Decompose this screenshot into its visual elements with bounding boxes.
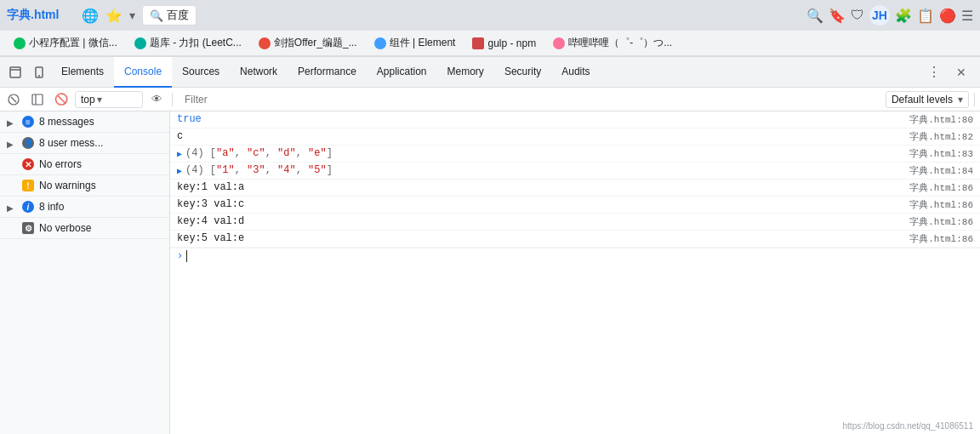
console-entry-true: true 字典.html:80: [170, 111, 980, 128]
bookmark-gulp-label: gulp - npm: [487, 37, 536, 49]
inspect-icon[interactable]: [3, 60, 27, 84]
tab-console[interactable]: Console: [114, 57, 172, 88]
tab-security-label: Security: [504, 66, 541, 77]
bookmark-wechat-label: 小程序配置 | 微信...: [29, 36, 117, 50]
console-cursor: [186, 250, 187, 262]
entry-key1-content: key:1 val:a: [177, 181, 903, 193]
bookmark-leetcode[interactable]: 题库 - 力扣 (LeetC...: [128, 34, 248, 52]
entry-key3-content: key:3 val:c: [177, 198, 903, 210]
menu-icon[interactable]: ☰: [961, 8, 973, 24]
entry-array2-file[interactable]: 字典.html:84: [909, 164, 973, 177]
sidebar-item-warnings[interactable]: ▶ ! No warnings: [0, 175, 169, 197]
user-messages-label: 8 user mess...: [39, 137, 103, 149]
tab-memory[interactable]: Memory: [437, 57, 494, 88]
entry-key5-file[interactable]: 字典.html:86: [909, 232, 973, 245]
bookmark-element[interactable]: 组件 | Element: [368, 34, 463, 52]
tab-network[interactable]: Network: [230, 57, 288, 88]
array1-arrow[interactable]: ▶: [177, 149, 182, 159]
bookmark-gulp[interactable]: gulp - npm: [465, 36, 543, 51]
entry-true-file[interactable]: 字典.html:80: [909, 113, 973, 126]
svg-line-5: [11, 97, 16, 102]
sidebar-item-user-messages[interactable]: ▶ 👤 8 user mess...: [0, 133, 169, 154]
baidu-icon: 🔍: [150, 9, 163, 22]
gulp-icon: [472, 37, 484, 49]
array2-arrow[interactable]: ▶: [177, 166, 182, 176]
leetcode-icon: [134, 37, 146, 49]
entry-array1-content: (4) ["a", "c", "d", "e"]: [185, 147, 903, 159]
bilibili-icon: [553, 37, 565, 49]
errors-label: No errors: [39, 158, 82, 170]
user-messages-arrow: ▶: [7, 140, 14, 149]
star-icon[interactable]: ⭐: [105, 8, 122, 24]
tab-audits[interactable]: Audits: [551, 57, 600, 88]
console-prompt: ›: [177, 250, 183, 262]
entry-c-file[interactable]: 字典.html:82: [909, 130, 973, 143]
cast-icon[interactable]: 📋: [917, 8, 934, 24]
entry-true-content: true: [177, 113, 903, 125]
entry-key1-file[interactable]: 字典.html:86: [909, 181, 973, 194]
bookmark-jianzhi[interactable]: 剑指Offer_编题_...: [252, 34, 364, 52]
baidu-label: 百度: [167, 8, 189, 23]
mobile-icon[interactable]: [27, 60, 51, 84]
levels-dropdown-icon: ▾: [958, 94, 963, 106]
browser-title: 字典.html: [7, 8, 75, 23]
error-icon[interactable]: 🔴: [939, 8, 956, 24]
browser-bar: 字典.html 🌐 ⭐ ▾ 🔍 百度 🔍 🔖 🛡 JH 🧩 📋 🔴 ☰: [0, 0, 980, 31]
filter-input[interactable]: [178, 92, 882, 107]
entry-c-content: c: [177, 130, 903, 142]
bookmark-bilibili[interactable]: 哔哩哔哩（゜-゜）つ...: [546, 34, 679, 52]
bookmark-icon[interactable]: 🔖: [829, 8, 846, 24]
watermark: https://blog.csdn.net/qq_41086511: [843, 421, 973, 431]
tab-network-label: Network: [240, 66, 277, 77]
dropdown-icon[interactable]: ▾: [129, 9, 135, 22]
shield-icon[interactable]: 🛡: [851, 8, 864, 23]
warnings-label: No warnings: [39, 180, 96, 191]
levels-label: Default levels: [892, 94, 953, 106]
entry-key3-file[interactable]: 字典.html:86: [909, 198, 973, 211]
baidu-button[interactable]: 🔍 百度: [142, 5, 197, 26]
toolbar-divider2: [974, 93, 975, 106]
console-entry-array1: ▶ (4) ["a", "c", "d", "e"] 字典.html:83: [170, 146, 980, 163]
translate-icon[interactable]: 🌐: [82, 8, 99, 24]
extensions-icon[interactable]: 🧩: [895, 8, 912, 24]
entry-array2-content: (4) ["1", "3", "4", "5"]: [185, 164, 903, 176]
tab-sources[interactable]: Sources: [172, 57, 230, 88]
tab-sources-label: Sources: [182, 66, 219, 77]
svg-rect-6: [32, 94, 43, 105]
sidebar-item-errors[interactable]: ▶ ✕ No errors: [0, 154, 169, 175]
tab-performance-label: Performance: [298, 66, 356, 77]
bookmark-wechat[interactable]: 小程序配置 | 微信...: [7, 34, 124, 52]
bookmark-jianzhi-label: 剑指Offer_编题_...: [274, 36, 357, 50]
entry-array1-file[interactable]: 字典.html:83: [909, 147, 973, 160]
tab-application-label: Application: [377, 66, 427, 77]
clear-console-icon[interactable]: [3, 89, 24, 110]
tab-security[interactable]: Security: [494, 57, 551, 88]
entry-key4-file[interactable]: 字典.html:86: [909, 215, 973, 228]
tab-performance[interactable]: Performance: [288, 57, 367, 88]
verbose-label: No verbose: [39, 222, 91, 234]
more-tools-icon[interactable]: ⋮: [922, 60, 946, 84]
search-icon[interactable]: 🔍: [806, 8, 823, 24]
messages-arrow: ▶: [7, 118, 14, 128]
entry-key4-content: key:4 val:d: [177, 215, 903, 227]
block-icon[interactable]: 🚫: [51, 89, 71, 110]
context-selector[interactable]: top ▾: [75, 91, 143, 108]
sidebar-item-verbose[interactable]: ▶ ⚙ No verbose: [0, 218, 169, 239]
eye-icon[interactable]: 👁: [146, 89, 167, 110]
verbose-icon: ⚙: [22, 222, 34, 234]
sidebar-toggle-icon[interactable]: [27, 89, 48, 110]
tab-application[interactable]: Application: [367, 57, 437, 88]
tab-audits-label: Audits: [561, 66, 590, 77]
console-entry-array2: ▶ (4) ["1", "3", "4", "5"] 字典.html:84: [170, 163, 980, 180]
close-devtools-icon[interactable]: ✕: [949, 60, 973, 84]
bookmark-bilibili-label: 哔哩哔哩（゜-゜）つ...: [568, 36, 672, 50]
sidebar-item-info[interactable]: ▶ i 8 info: [0, 197, 169, 218]
messages-label: 8 messages: [39, 116, 94, 128]
tab-elements[interactable]: Elements: [51, 57, 114, 88]
info-label: 8 info: [39, 201, 64, 213]
sidebar-item-messages[interactable]: ▶ ≡ 8 messages: [0, 111, 169, 133]
console-input-row[interactable]: ›: [170, 248, 980, 264]
profile-icon[interactable]: JH: [869, 5, 890, 26]
bookmark-element-label: 组件 | Element: [390, 36, 456, 50]
levels-selector[interactable]: Default levels ▾: [886, 91, 969, 108]
